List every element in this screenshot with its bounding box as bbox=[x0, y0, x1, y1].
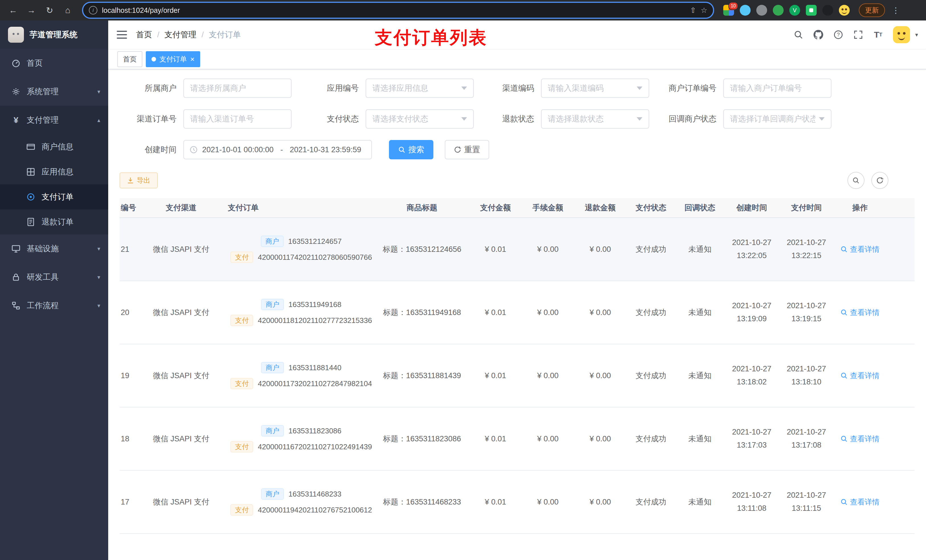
extension-gray-icon[interactable] bbox=[756, 5, 767, 16]
user-avatar[interactable] bbox=[893, 26, 910, 43]
extension-blue-icon[interactable] bbox=[740, 5, 750, 16]
sidebar-item-workflow[interactable]: 工作流程 ▾ bbox=[0, 291, 108, 320]
view-detail-link[interactable]: 查看详情 bbox=[840, 434, 879, 444]
cell-notify-status: 未通知 bbox=[675, 471, 725, 533]
cell-refund: ¥ 0.00 bbox=[574, 408, 626, 470]
help-icon[interactable]: ? bbox=[833, 30, 843, 40]
chevron-down-icon bbox=[819, 117, 825, 121]
cell-id: 21 bbox=[120, 218, 139, 281]
export-button[interactable]: 导出 bbox=[120, 172, 158, 189]
fullscreen-icon[interactable] bbox=[853, 30, 863, 40]
view-detail-link[interactable]: 查看详情 bbox=[840, 497, 879, 507]
sidebar-item-home[interactable]: 首页 bbox=[0, 49, 108, 77]
filter-channel-order-no-input[interactable]: 请输入渠道订单号 bbox=[183, 109, 292, 128]
page-header: 首页 / 支付管理 / 支付订单 支付订单列表 ? TT ▾ bbox=[108, 21, 926, 50]
merchant-order-no: 1635311881440 bbox=[289, 363, 341, 372]
sidebar-item-infra[interactable]: 基础设施 ▾ bbox=[0, 234, 108, 263]
app-title: 芋道管理系统 bbox=[30, 29, 77, 40]
filter-pay-status-select[interactable]: 请选择支付状态 bbox=[366, 109, 474, 128]
tab-pay-order[interactable]: 支付订单 × bbox=[146, 51, 200, 67]
extension-green-icon[interactable] bbox=[773, 5, 784, 16]
refresh-button[interactable] bbox=[872, 172, 888, 189]
font-size-icon[interactable]: TT bbox=[873, 30, 883, 40]
cell-order: 商户 1635311823086 支付 42000011672021102710… bbox=[223, 408, 375, 470]
cell-action: 查看详情 bbox=[834, 218, 886, 281]
pay-tag: 支付 bbox=[230, 378, 253, 389]
filter-notify-status-select[interactable]: 请选择订单回调商户状态 bbox=[723, 109, 831, 128]
view-detail-link[interactable]: 查看详情 bbox=[840, 245, 879, 254]
cell-pay-time: 2021-10-2713:11:15 bbox=[779, 471, 834, 533]
breadcrumb-payment[interactable]: 支付管理 bbox=[165, 29, 197, 40]
sidebar-item-merchant-info[interactable]: 商户信息 bbox=[0, 134, 108, 159]
table-header: 编号 支付渠道 支付订单 商品标题 支付金额 手续金额 退款金额 支付状态 回调… bbox=[120, 198, 915, 218]
browser-menu-icon[interactable]: ⋮ bbox=[892, 6, 900, 15]
extension-chat-icon[interactable] bbox=[806, 5, 817, 16]
tab-home[interactable]: 首页 bbox=[117, 51, 142, 67]
filter-merchant-input[interactable]: 请选择所属商户 bbox=[183, 78, 292, 98]
reload-icon[interactable]: ↻ bbox=[42, 3, 57, 18]
cell-channel: 微信 JSAPI 支付 bbox=[139, 218, 223, 281]
filter-refund-status-select[interactable]: 请选择退款状态 bbox=[541, 109, 649, 128]
chevron-down-icon: ▾ bbox=[97, 302, 100, 309]
extension-dark-icon[interactable] bbox=[822, 5, 833, 16]
sidebar-item-app-info[interactable]: 应用信息 bbox=[0, 159, 108, 184]
view-detail-link[interactable]: 查看详情 bbox=[840, 371, 879, 381]
sidebar-item-pay-order[interactable]: 支付订单 bbox=[0, 184, 108, 210]
extensions-bar: 10 V bbox=[723, 5, 850, 16]
extension-v-icon[interactable]: V bbox=[789, 5, 800, 16]
merchant-tag: 商户 bbox=[261, 488, 284, 500]
filter-merchant-order-no-input[interactable]: 请输入商户订单编号 bbox=[723, 78, 831, 98]
reset-button[interactable]: 重置 bbox=[445, 140, 489, 159]
search-button[interactable]: 搜索 bbox=[389, 140, 433, 159]
merchant-tag: 商户 bbox=[261, 362, 284, 373]
address-bar[interactable]: i localhost:1024/pay/order ⇧ ☆ bbox=[82, 2, 714, 19]
update-button[interactable]: 更新 bbox=[859, 3, 885, 17]
cell-channel: 微信 JSAPI 支付 bbox=[139, 344, 223, 407]
chevron-down-icon: ▾ bbox=[97, 88, 100, 95]
toggle-search-button[interactable] bbox=[847, 172, 864, 189]
cell-notify-status: 未通知 bbox=[675, 281, 725, 344]
cell-pay-status: 支付成功 bbox=[626, 471, 675, 533]
share-icon[interactable]: ⇧ bbox=[690, 6, 696, 15]
back-icon[interactable]: ← bbox=[6, 3, 21, 18]
tags-view: 首页 支付订单 × bbox=[108, 50, 926, 69]
tab-close-icon[interactable]: × bbox=[190, 56, 195, 63]
search-icon[interactable] bbox=[793, 30, 803, 40]
filter-channel-code-select[interactable]: 请输入渠道编码 bbox=[541, 78, 649, 98]
cell-pay-time: 2021-10-2713:22:15 bbox=[779, 218, 834, 281]
sidebar-item-refund-order[interactable]: 退款订单 bbox=[0, 210, 108, 234]
extension-grid-icon[interactable]: 10 bbox=[723, 5, 734, 16]
bookmark-star-icon[interactable]: ☆ bbox=[701, 6, 707, 15]
site-info-icon[interactable]: i bbox=[89, 6, 97, 15]
hamburger-icon[interactable] bbox=[117, 31, 127, 39]
sidebar-item-system[interactable]: 系统管理 ▾ bbox=[0, 77, 108, 106]
card-icon bbox=[26, 142, 35, 151]
url-text: localhost:1024/pay/order bbox=[102, 6, 180, 15]
view-detail-link[interactable]: 查看详情 bbox=[840, 308, 879, 318]
create-time-range-input[interactable]: 2021-10-01 00:00:00 - 2021-10-31 23:59:5… bbox=[183, 140, 372, 159]
github-icon[interactable] bbox=[813, 30, 823, 40]
cell-order: 商户 1635311949168 支付 42000011812021102777… bbox=[223, 281, 375, 344]
sidebar-item-payment[interactable]: ¥ 支付管理 ▴ bbox=[0, 106, 108, 134]
table-row: 17 微信 JSAPI 支付 商户 1635311468233 支付 42000… bbox=[120, 471, 915, 534]
breadcrumb-home[interactable]: 首页 bbox=[136, 29, 152, 40]
merchant-order-no: 1635311468233 bbox=[289, 490, 341, 498]
merchant-tag: 商户 bbox=[261, 299, 284, 310]
filter-app-select[interactable]: 请选择应用信息 bbox=[366, 78, 474, 98]
lock-icon bbox=[11, 273, 21, 282]
sidebar: 芋道管理系统 首页 系统管理 ▾ ¥ 支付管理 ▴ 商户信息 bbox=[0, 21, 108, 560]
merchant-order-no: 1635311823086 bbox=[289, 427, 341, 435]
home-icon[interactable]: ⌂ bbox=[61, 3, 75, 18]
search-icon bbox=[398, 146, 406, 153]
avatar-caret-icon[interactable]: ▾ bbox=[915, 31, 918, 38]
extension-emoji-icon[interactable] bbox=[839, 5, 850, 16]
chevron-down-icon bbox=[637, 86, 642, 90]
cell-channel: 微信 JSAPI 支付 bbox=[139, 471, 223, 533]
sidebar-item-devtools[interactable]: 研发工具 ▾ bbox=[0, 263, 108, 291]
pay-order-no: 4200001181202110277723215336 bbox=[258, 316, 372, 325]
svg-text:?: ? bbox=[837, 32, 840, 38]
cell-order: 商户 1635311468233 支付 42000011942021102767… bbox=[223, 471, 375, 533]
cell-create-time: 2021-10-2713:22:05 bbox=[725, 218, 779, 281]
cell-create-time: 2021-10-2713:19:09 bbox=[725, 281, 779, 344]
forward-icon[interactable]: → bbox=[24, 3, 39, 18]
